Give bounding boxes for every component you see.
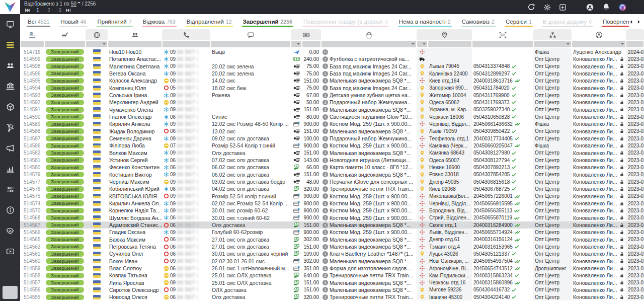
- order-row[interactable]: 514592ЗавершенийМерклингер Андрей0934 56…: [20, 99, 644, 106]
- page-button-1[interactable]: 1: [32, 8, 43, 14]
- sidebar-item-tutorials[interactable]: [6, 247, 15, 258]
- filter-input-13[interactable]: [572, 41, 625, 47]
- order-row[interactable]: 514574ЗавершенийКирилич Анжела Ол...0934…: [20, 200, 644, 207]
- filter-input-1[interactable]: [45, 41, 85, 47]
- tab-12[interactable]: Повернення (завершений)125: [602, 17, 629, 29]
- sidebar-item-dashboard[interactable]: [6, 20, 15, 31]
- order-row[interactable]: 514570ЗавершенийКорнелюк Надія Та...0934…: [20, 207, 644, 214]
- column-header-phone[interactable]: [162, 29, 210, 40]
- sidebar-collapse-button[interactable]: [3, 286, 18, 299]
- first-page-button[interactable]: [24, 8, 30, 13]
- tab-8[interactable]: Нема в наявності2: [398, 17, 452, 29]
- filter-input-10[interactable]: [428, 41, 471, 47]
- column-header-country[interactable]: [86, 29, 108, 40]
- tab-7[interactable]: Повернення товару (в дорозі)0: [302, 17, 389, 29]
- filter-input-8[interactable]: [321, 41, 416, 47]
- sidebar-item-company[interactable]: [6, 82, 15, 93]
- order-row[interactable]: 514593ЗавершенийСольська Ірина0934 567 8…: [20, 92, 644, 99]
- order-row[interactable]: 514565ЗавершенийБаюка Максим0634 567 890…: [20, 236, 644, 243]
- order-row[interactable]: 514558ЗавершенийКовпак Татьяна0934 567 8…: [20, 272, 644, 279]
- support-button[interactable]: [618, 3, 627, 12]
- sidebar-item-partners[interactable]: [6, 227, 15, 237]
- page-button-3[interactable]: 3: [54, 8, 65, 14]
- tab-6[interactable]: Завершений2256: [242, 17, 293, 30]
- order-row[interactable]: 514591ЗавершенийЧумаченко Олена0934 567 …: [20, 106, 644, 113]
- filter-input-6[interactable]: [291, 41, 301, 47]
- notifications-button[interactable]: [602, 3, 610, 11]
- tab-2[interactable]: Новый46: [59, 17, 87, 29]
- order-row[interactable]: 514556ЗавершенийСиротюк Олександр0934 56…: [20, 286, 644, 293]
- filter-input-3[interactable]: [108, 41, 162, 47]
- order-row[interactable]: 514716ЗавершенийНов10 Нов100934 567 8901…: [20, 48, 644, 55]
- column-header-tracking[interactable]: [472, 29, 533, 40]
- column-header-products[interactable]: [321, 29, 417, 40]
- column-header-date[interactable]: [626, 29, 644, 40]
- filter-input-11[interactable]: [472, 41, 533, 47]
- order-row[interactable]: 514588ЗавершенийЖидак Володимир0634 567 …: [20, 128, 644, 135]
- filter-input-2[interactable]: [86, 41, 107, 47]
- filter-input-14[interactable]: [626, 41, 643, 47]
- filter-input-12[interactable]: [534, 41, 571, 47]
- order-row[interactable]: 514599ЗавершенийПотапенко Анастас...0934…: [20, 55, 644, 62]
- column-header-channel[interactable]: [533, 29, 572, 40]
- order-row[interactable]: 514567ЗавершенийАдамовский Станис...0634…: [20, 221, 644, 229]
- sidebar-item-clients[interactable]: [6, 61, 15, 72]
- add-order-button[interactable]: [559, 4, 567, 11]
- order-row[interactable]: 514595ЗавершенийКолосок Александр0934 56…: [20, 77, 644, 84]
- column-header-manager[interactable]: [572, 29, 626, 40]
- sidebar-item-marketing[interactable]: [6, 144, 15, 155]
- filter-input-7[interactable]: [302, 41, 320, 47]
- refresh-button[interactable]: [527, 3, 535, 11]
- filter-input-4[interactable]: [163, 41, 210, 47]
- sidebar-item-statistics[interactable]: [6, 165, 15, 175]
- tab-3[interactable]: Прийнятий7: [97, 17, 133, 29]
- filter-input-5[interactable]: [211, 41, 290, 47]
- order-row[interactable]: 514596ЗавершенийВегера Оксана0934 567 89…: [20, 70, 644, 77]
- column-header-comment[interactable]: [210, 29, 291, 40]
- page-button-2[interactable]: 2: [43, 8, 54, 14]
- order-row[interactable]: 514560ЗавершенийБокоч Иван0934 567 89010…: [20, 258, 644, 265]
- sidebar-item-products[interactable]: [6, 103, 15, 113]
- order-row[interactable]: 514594ЗавершенийКомпанец Юля0534 567 890…: [20, 85, 644, 92]
- order-row[interactable]: 514559ЗавершенийВлас Слотюу0634 567 8901…: [20, 265, 644, 272]
- page-size-dropdown[interactable]: 50: [71, 1, 80, 7]
- tab-1[interactable]: Всі4521: [27, 17, 50, 29]
- sidebar-item-orders[interactable]: [6, 41, 15, 51]
- order-row[interactable]: 514568ЗавершенийШумляс Богдана Ан...0634…: [20, 214, 644, 221]
- account-button[interactable]: [586, 3, 594, 12]
- sidebar-item-info[interactable]: [6, 206, 15, 216]
- tab-11[interactable]: В дорозі додому0: [542, 17, 593, 29]
- sidebar-item-purchases[interactable]: [6, 123, 15, 134]
- order-row[interactable]: 514576ЗавершенийКобилинський Юрий0634 56…: [20, 185, 644, 192]
- order-row[interactable]: 514580ЗавершенийФесенко Константин0634 5…: [20, 164, 644, 171]
- order-row[interactable]: 514589ЗавершенийКирилич Анжела0934 567 8…: [20, 120, 644, 127]
- order-row[interactable]: 514561ЗавершенийСучилов Олег0634 567 890…: [20, 250, 644, 257]
- tab-4[interactable]: Відмова763: [142, 17, 177, 29]
- order-row[interactable]: 514586ЗавершенийФіліпова Люба0734 567 89…: [20, 142, 644, 149]
- column-header-status[interactable]: [44, 29, 86, 40]
- column-header-id[interactable]: ID: [20, 29, 44, 40]
- order-row[interactable]: 514575ЗавершенийКВІТОВСЬКА ЮЛІЯ0934 567 …: [20, 193, 644, 200]
- order-row[interactable]: 514582ЗавершенийВолков Максим0934 567 89…: [20, 149, 644, 157]
- tabs-prev-button[interactable]: [629, 20, 633, 24]
- filter-input-9[interactable]: [417, 41, 427, 47]
- order-row[interactable]: 514557ЗавершенийЛила Ярослав0934 567 890…: [20, 279, 644, 286]
- order-row[interactable]: 514563ЗавершенийПетровська Тетяна0634 56…: [20, 243, 644, 250]
- order-row[interactable]: 514581ЗавершенийУстинов Сергей0634 567 8…: [20, 157, 644, 164]
- sidebar-item-settings[interactable]: [6, 185, 15, 196]
- tab-10[interactable]: Сервіси1: [505, 17, 533, 29]
- settings-button[interactable]: [543, 4, 551, 11]
- column-header-payment-sum[interactable]: [291, 29, 321, 40]
- tabs-next-button[interactable]: [636, 20, 641, 24]
- order-row[interactable]: 514579ЗавершенийКостишин Виктор0934 567 …: [20, 171, 644, 178]
- last-page-button[interactable]: [65, 8, 71, 13]
- order-row[interactable]: 514555ЗавершенийНовосад Олеся0634 567 89…: [20, 293, 644, 300]
- filter-input-0[interactable]: [21, 41, 44, 47]
- order-row[interactable]: 514566ЗавершенийГладик Оксана0934 567 89…: [20, 229, 644, 236]
- column-header-delivery-city[interactable]: [417, 29, 472, 40]
- tab-9[interactable]: Самовивіз2: [461, 17, 496, 29]
- column-header-client[interactable]: [108, 29, 162, 40]
- order-row[interactable]: 514590ЗавершенийГнатюк Олексндр0634 567 …: [20, 113, 644, 120]
- order-row[interactable]: 514577ЗавершенийЧерниш Максим0934 567 89…: [20, 178, 644, 185]
- order-row[interactable]: 514587ЗавершенийСеменюк Дарина0934 567 8…: [20, 135, 644, 142]
